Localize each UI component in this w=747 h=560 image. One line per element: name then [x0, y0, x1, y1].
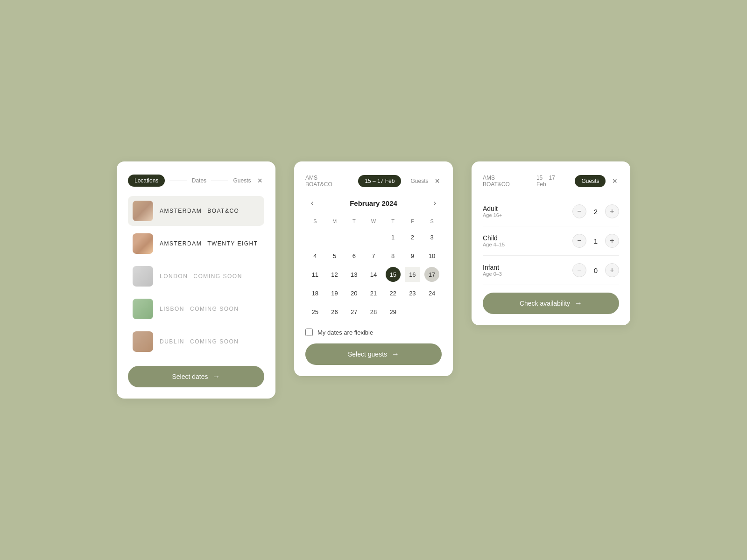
calendar-day[interactable]: 5 [327, 248, 342, 263]
calendar-cell: 28 [364, 302, 383, 321]
location-name-boat: AMSTERDAM BOAT&CO [160, 208, 239, 214]
calendar-day[interactable]: 25 [308, 304, 323, 319]
location-name-london: LONDON COMING SOON [160, 273, 242, 280]
calendar-cell: 8 [383, 246, 403, 265]
location-item-london: LONDON COMING SOON [128, 261, 264, 291]
prev-month-button[interactable]: ‹ [307, 197, 317, 209]
calendar-day[interactable]: 26 [327, 304, 342, 319]
step-dates-label: Dates [192, 177, 206, 184]
dow-tue: T [344, 217, 364, 228]
calendar-cell: 19 [325, 284, 345, 302]
calendar-cell: 22 [383, 284, 403, 302]
close-button-3[interactable]: × [610, 176, 619, 186]
close-button-1[interactable]: × [256, 176, 265, 186]
select-dates-button[interactable]: Select dates → [128, 366, 264, 387]
calendar-cell: 23 [403, 284, 423, 302]
flexible-dates-checkbox[interactable] [305, 329, 313, 336]
location-thumb-boat [133, 201, 153, 221]
flexible-dates-row[interactable]: My dates are flexible [305, 329, 442, 336]
calendar-cell: 12 [325, 265, 345, 284]
calendar-day[interactable]: 11 [308, 267, 323, 282]
calendar-day[interactable]: 12 [327, 267, 342, 282]
calendar-day[interactable]: 2 [405, 230, 420, 245]
guest-label-child: Child [483, 234, 505, 242]
calendar-day[interactable]: 1 [386, 230, 401, 245]
step-guests-active: Guests [575, 175, 606, 187]
dates-header: AMS – BOAT&CO 15 – 17 Feb Guests × [305, 175, 442, 188]
close-button-2[interactable]: × [433, 176, 442, 186]
select-guests-button[interactable]: Select guests → [305, 343, 442, 365]
location-item-dublin: DUBLIN COMING SOON [128, 327, 264, 357]
panel-locations: Locations Dates Guests × AMSTERDAM BOAT&… [117, 161, 275, 399]
guest-row-adult: Adult Age 16+ − 2 + [483, 197, 619, 226]
calendar-cell: 14 [364, 265, 383, 284]
calendar-day[interactable]: 24 [424, 286, 439, 301]
calendar-day[interactable]: 15 [386, 267, 401, 282]
guest-label-infant: Infant [483, 264, 502, 271]
dates-p3: 15 – 17 Feb [536, 175, 566, 188]
calendar-day[interactable]: 27 [346, 304, 361, 319]
calendar-cell: 17 [422, 265, 442, 284]
calendar-day[interactable]: 17 [424, 267, 439, 282]
location-item-lisbon: LISBON COMING SOON [128, 294, 264, 324]
calendar-day[interactable]: 19 [327, 286, 342, 301]
calendar-day[interactable]: 13 [346, 267, 361, 282]
step-guests-p2: Guests [410, 178, 428, 184]
arrow-icon: → [213, 372, 220, 381]
decrement-child-button[interactable]: − [572, 234, 586, 248]
calendar-day[interactable]: 23 [405, 286, 420, 301]
location-item-boat[interactable]: AMSTERDAM BOAT&CO [128, 196, 264, 226]
next-month-button[interactable]: › [430, 197, 440, 209]
guest-sublabel-infant: Age 0–3 [483, 271, 502, 277]
calendar-cell [364, 228, 383, 246]
calendar-day[interactable]: 10 [424, 248, 439, 263]
calendar-day[interactable]: 9 [405, 248, 420, 263]
calendar-cell [422, 302, 442, 321]
calendar-day[interactable]: 7 [366, 248, 381, 263]
dow-wed: W [364, 217, 383, 228]
guest-label-adult: Adult [483, 205, 502, 212]
calendar-day[interactable]: 14 [366, 267, 381, 282]
location-item-twenty8[interactable]: AMSTERDAM TWENTY EIGHT [128, 229, 264, 259]
increment-adult-button[interactable]: + [605, 204, 619, 218]
increment-child-button[interactable]: + [605, 234, 619, 248]
location-list: AMSTERDAM BOAT&CO AMSTERDAM TWENTY EIGHT… [128, 196, 264, 357]
divider-1 [169, 181, 187, 181]
divider-2 [211, 181, 228, 181]
calendar-day[interactable]: 4 [308, 248, 323, 263]
calendar-day[interactable]: 20 [346, 286, 361, 301]
calendar-day[interactable]: 18 [308, 286, 323, 301]
calendar-cell: 2 [403, 228, 423, 246]
location-name-twenty8: AMSTERDAM TWENTY EIGHT [160, 240, 258, 247]
calendar-cell: 21 [364, 284, 383, 302]
calendar-cell: 11 [305, 265, 325, 284]
calendar-cell: 20 [344, 284, 364, 302]
calendar-grid: S M T W T F S 12345678910111213141516171… [305, 217, 442, 321]
decrement-adult-button[interactable]: − [572, 204, 586, 218]
location-thumb-london [133, 266, 153, 287]
calendar-header: ‹ February 2024 › [305, 197, 442, 209]
increment-infant-button[interactable]: + [605, 263, 619, 277]
panel-guests: AMS – BOAT&CO 15 – 17 Feb Guests × Adult… [472, 161, 630, 325]
calendar-day[interactable]: 6 [346, 248, 361, 263]
calendar-cell: 25 [305, 302, 325, 321]
calendar-day[interactable]: 28 [366, 304, 381, 319]
step-locations-active: Locations [128, 175, 165, 187]
location-thumb-lisbon [133, 299, 153, 319]
calendar-day[interactable]: 22 [386, 286, 401, 301]
guest-counter-infant: − 0 + [572, 263, 619, 277]
calendar-day[interactable]: 3 [424, 230, 439, 245]
calendar-day[interactable]: 8 [386, 248, 401, 263]
calendar-day[interactable]: 21 [366, 286, 381, 301]
panel-dates: AMS – BOAT&CO 15 – 17 Feb Guests × ‹ Feb… [294, 161, 453, 376]
calendar-day[interactable]: 16 [405, 267, 420, 282]
calendar-cell: 9 [403, 246, 423, 265]
guest-row-child: Child Age 4–15 − 1 + [483, 226, 619, 256]
calendar-cell: 16 [403, 265, 423, 284]
calendar-cell: 13 [344, 265, 364, 284]
decrement-infant-button[interactable]: − [572, 263, 586, 277]
calendar-cell: 15 [383, 265, 403, 284]
dow-sun: S [305, 217, 325, 228]
calendar-day[interactable]: 29 [386, 304, 401, 319]
check-availability-button[interactable]: Check availability → [483, 293, 619, 314]
